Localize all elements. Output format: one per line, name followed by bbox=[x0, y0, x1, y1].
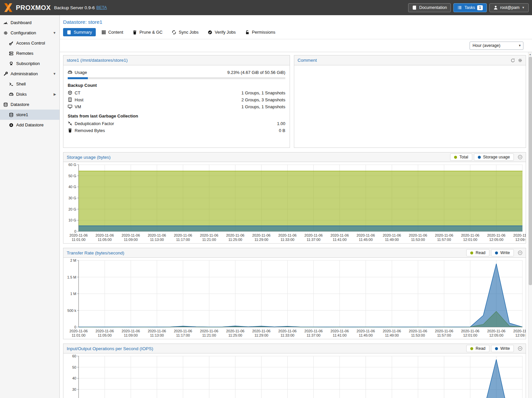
documentation-button[interactable]: Documentation bbox=[408, 3, 451, 12]
removed-bytes-label: Removed Bytes bbox=[75, 128, 105, 133]
scrollbar-thumb[interactable] bbox=[529, 57, 532, 285]
timeframe-select[interactable]: Hour (average) ▼ bbox=[470, 42, 523, 50]
sidebar-item-subscription[interactable]: Subscription bbox=[0, 58, 59, 69]
task-list-icon bbox=[457, 5, 462, 10]
legend-item-total[interactable]: Total bbox=[450, 153, 472, 161]
caret-down-icon[interactable]: ▼ bbox=[53, 31, 56, 35]
collapse-minus-icon[interactable] bbox=[518, 250, 522, 255]
comment-body[interactable] bbox=[294, 65, 526, 148]
vm-value: 1 Groups, 1 Snapshots bbox=[241, 104, 285, 109]
backup-count-heading: Backup Count bbox=[68, 83, 285, 88]
svg-text:12:05:00: 12:05:00 bbox=[489, 333, 503, 337]
chart-title: Transfer Rate (bytes/second) bbox=[67, 250, 124, 255]
svg-text:11:01:00: 11:01:00 bbox=[72, 333, 86, 337]
sidebar-item-access-control[interactable]: Access Control bbox=[0, 38, 59, 48]
legend-item-read[interactable]: Read bbox=[466, 249, 489, 256]
svg-text:2020-11-06: 2020-11-06 bbox=[226, 233, 244, 237]
sidebar-item-store1[interactable]: store1 bbox=[0, 110, 59, 120]
sidebar-item-add-datastore[interactable]: Add Datastore bbox=[0, 120, 59, 130]
user-label: root@pam bbox=[500, 5, 520, 10]
svg-text:50: 50 bbox=[72, 365, 76, 369]
svg-text:0: 0 bbox=[74, 229, 76, 233]
svg-text:12:01:00: 12:01:00 bbox=[463, 333, 477, 337]
sidebar-item-shell[interactable]: Shell bbox=[0, 79, 59, 89]
svg-text:1 M: 1 M bbox=[70, 292, 76, 296]
svg-text:2020-11-06: 2020-11-06 bbox=[304, 233, 323, 237]
transfer-rate-chart: 2020-11-0611:01:002020-11-0611:05:002020… bbox=[63, 258, 526, 339]
lock-icon bbox=[245, 30, 250, 35]
svg-text:2020-11-06: 2020-11-06 bbox=[487, 329, 505, 333]
storage-usage-chart: 2020-11-0611:01:002020-11-0611:05:002020… bbox=[63, 162, 526, 243]
sidebar-item-datastore[interactable]: Datastore bbox=[0, 99, 59, 110]
svg-text:12:09:00: 12:09:00 bbox=[515, 238, 526, 242]
user-menu-button[interactable]: root@pam ▼ bbox=[489, 3, 529, 12]
legend-dot bbox=[478, 156, 481, 159]
database-icon bbox=[9, 113, 14, 117]
vertical-scrollbar[interactable]: ▲ bbox=[528, 52, 532, 398]
dedup-factor-row: Deduplication Factor 1.00 bbox=[68, 120, 285, 127]
gear-icon[interactable] bbox=[518, 58, 522, 63]
legend-item-write[interactable]: Write bbox=[491, 345, 514, 352]
svg-text:10 G: 10 G bbox=[68, 218, 76, 222]
sync-icon bbox=[172, 30, 176, 35]
svg-text:2020-11-06: 2020-11-06 bbox=[357, 329, 375, 333]
usage-row: Usage 9.23% (4.67 GiB of 50.56 GiB) bbox=[68, 69, 285, 76]
scroll-up-arrow[interactable]: ▲ bbox=[528, 52, 532, 56]
svg-text:2020-11-06: 2020-11-06 bbox=[69, 233, 88, 237]
building-icon bbox=[68, 97, 72, 102]
legend-dot bbox=[470, 251, 473, 254]
svg-text:30 G: 30 G bbox=[68, 196, 76, 200]
svg-text:11:17:00: 11:17:00 bbox=[176, 238, 190, 242]
sidebar-item-dashboard[interactable]: Dashboard bbox=[0, 17, 59, 28]
sidebar-item-label: Configuration bbox=[11, 30, 36, 35]
tasks-count-badge: 1 bbox=[477, 5, 482, 10]
legend-item-write[interactable]: Write bbox=[491, 249, 514, 256]
chart-toolbar: Hour (average) ▼ bbox=[60, 39, 532, 52]
collapse-minus-icon[interactable] bbox=[518, 346, 522, 351]
svg-text:12:09:00: 12:09:00 bbox=[515, 333, 526, 337]
sidebar-item-label: Dashboard bbox=[11, 20, 32, 25]
legend-item-read[interactable]: Read bbox=[466, 345, 489, 352]
svg-text:11:57:00: 11:57:00 bbox=[437, 333, 451, 337]
grid-icon bbox=[101, 30, 106, 35]
storage-usage-chart-panel: Storage usage (bytes) Total Storage usag… bbox=[63, 152, 526, 244]
svg-text:2020-11-06: 2020-11-06 bbox=[461, 329, 479, 333]
tab-label: Verify Jobs bbox=[215, 30, 236, 35]
undo-circle-icon[interactable] bbox=[511, 58, 515, 63]
svg-text:12:01:00: 12:01:00 bbox=[463, 238, 477, 242]
main-area: Datastore: store1 Summary Content Prune … bbox=[60, 15, 532, 398]
tab-permissions[interactable]: Permissions bbox=[241, 28, 279, 36]
legend-dot bbox=[495, 251, 498, 254]
collapse-minus-icon[interactable] bbox=[518, 155, 522, 159]
beta-link[interactable]: BETA bbox=[96, 5, 107, 10]
tab-sync-jobs[interactable]: Sync Jobs bbox=[168, 28, 202, 36]
removed-bytes-row: Removed Bytes 0 B bbox=[68, 127, 285, 134]
tab-summary[interactable]: Summary bbox=[63, 28, 96, 36]
sidebar-item-configuration[interactable]: Configuration ▼ bbox=[0, 28, 59, 38]
sidebar-item-label: Disks bbox=[16, 92, 27, 97]
sidebar-item-remotes[interactable]: Remotes bbox=[0, 48, 59, 58]
sidebar-item-label: Shell bbox=[16, 82, 26, 86]
svg-text:2020-11-06: 2020-11-06 bbox=[409, 329, 427, 333]
ct-label: CT bbox=[75, 90, 80, 95]
caret-right-icon[interactable]: ▶ bbox=[53, 92, 56, 96]
usage-progress-fill bbox=[68, 77, 88, 79]
user-icon bbox=[493, 5, 498, 10]
gc-stats-heading: Stats from last Garbage Collection bbox=[68, 114, 285, 118]
sidebar-item-disks[interactable]: Disks ▶ bbox=[0, 89, 59, 99]
svg-text:20 G: 20 G bbox=[68, 207, 76, 211]
tab-label: Summary bbox=[74, 30, 92, 35]
svg-text:50 G: 50 G bbox=[68, 174, 76, 178]
tab-prune-gc[interactable]: Prune & GC bbox=[129, 28, 166, 36]
svg-text:40: 40 bbox=[72, 376, 76, 380]
legend-label: Read bbox=[476, 346, 485, 351]
book-icon bbox=[412, 5, 417, 10]
sidebar-item-administration[interactable]: Administration ▼ bbox=[0, 69, 59, 79]
tab-verify-jobs[interactable]: Verify Jobs bbox=[204, 28, 239, 36]
caret-down-icon[interactable]: ▼ bbox=[53, 72, 56, 76]
tasks-button[interactable]: Tasks 1 bbox=[453, 3, 486, 12]
svg-text:2020-11-06: 2020-11-06 bbox=[357, 233, 375, 237]
tab-content[interactable]: Content bbox=[98, 28, 127, 36]
legend-item-storage-usage[interactable]: Storage usage bbox=[474, 153, 514, 161]
svg-text:11:57:00: 11:57:00 bbox=[437, 238, 451, 242]
